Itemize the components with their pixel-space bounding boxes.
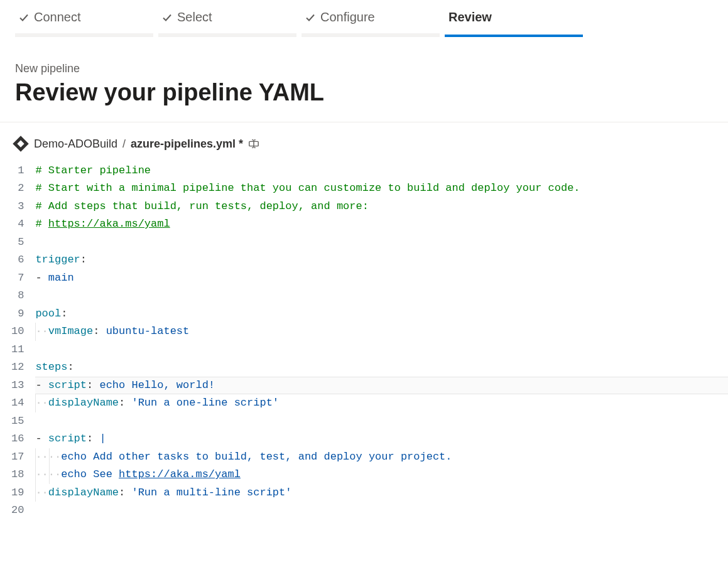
code-line: - script: echo Hello, world! xyxy=(35,377,728,395)
step-bar xyxy=(302,33,440,37)
breadcrumb: New pipeline xyxy=(15,62,713,75)
code-line: ····echo See https://aka.ms/yaml xyxy=(35,466,728,484)
step-label: Configure xyxy=(320,10,375,24)
code-line: # Starter pipeline xyxy=(35,162,728,180)
step-review[interactable]: Review xyxy=(445,8,583,37)
code-line: ··vmImage: ubuntu-latest xyxy=(35,323,728,341)
step-select[interactable]: Select xyxy=(158,8,296,37)
code-line xyxy=(35,412,728,431)
code-line xyxy=(35,502,728,520)
step-configure[interactable]: Configure xyxy=(302,8,440,37)
repo-name[interactable]: Demo-ADOBuild xyxy=(34,137,117,151)
code-line: - main xyxy=(35,269,728,288)
code-line: steps: xyxy=(35,358,728,377)
code-line: trigger: xyxy=(35,251,728,269)
code-line: ··displayName: 'Run a multi-line script' xyxy=(35,484,728,502)
step-bar xyxy=(445,35,583,37)
code-content[interactable]: # Starter pipeline # Start with a minima… xyxy=(35,162,728,520)
file-breadcrumb: Demo-ADOBuild / azure-pipelines.yml * xyxy=(0,122,728,162)
page-title: Review your pipeline YAML xyxy=(15,79,713,107)
step-bar xyxy=(15,33,153,37)
code-line: # Start with a minimal pipeline that you… xyxy=(35,180,728,198)
code-line xyxy=(35,287,728,305)
check-icon xyxy=(305,13,315,23)
breadcrumb-separator: / xyxy=(122,137,126,151)
check-icon xyxy=(162,13,172,23)
code-line: pool: xyxy=(35,305,728,323)
code-line: ··displayName: 'Run a one-line script' xyxy=(35,394,728,412)
rename-icon[interactable] xyxy=(248,138,259,149)
code-line xyxy=(35,341,728,359)
code-editor[interactable]: 12345 678910 1112131415 1617181920 # Sta… xyxy=(0,162,728,545)
stepper: Connect Select Configure Review xyxy=(0,0,728,37)
code-line: # Add steps that build, run tests, deplo… xyxy=(35,198,728,216)
repo-icon xyxy=(13,136,28,151)
step-label: Review xyxy=(448,10,492,24)
code-line: # https://aka.ms/yaml xyxy=(35,215,728,234)
line-number-gutter: 12345 678910 1112131415 1617181920 xyxy=(11,162,35,520)
check-icon xyxy=(19,13,29,23)
code-line xyxy=(35,234,728,252)
step-label: Connect xyxy=(34,10,81,24)
step-bar xyxy=(158,33,296,37)
code-line: - script: | xyxy=(35,430,728,448)
file-name: azure-pipelines.yml * xyxy=(131,137,243,151)
title-block: New pipeline Review your pipeline YAML xyxy=(0,37,728,122)
code-line: ····echo Add other tasks to build, test,… xyxy=(35,448,728,466)
step-connect[interactable]: Connect xyxy=(15,8,153,37)
step-label: Select xyxy=(177,10,212,24)
